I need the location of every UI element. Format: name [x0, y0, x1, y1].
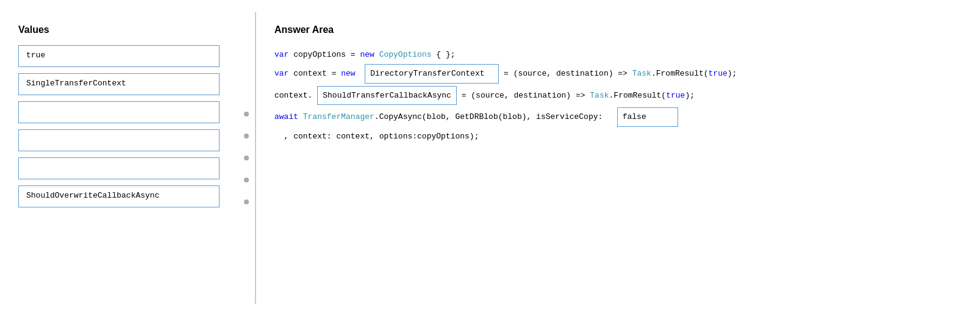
type-transfer-manager: TransferManager — [303, 110, 374, 124]
code-copy-options-var: copyOptions = — [293, 48, 360, 62]
keyword-var-1: var — [274, 48, 293, 62]
values-panel: Values true SingleTransferContext Should… — [0, 12, 238, 304]
dot-5 — [244, 199, 249, 204]
value-item-empty1[interactable] — [18, 101, 220, 123]
dot-2 — [244, 134, 249, 138]
dot-4 — [244, 178, 249, 182]
code-line-5: , context: context, options:copyOptions)… — [274, 129, 962, 143]
values-title: Values — [18, 24, 220, 35]
keyword-new-2: new — [341, 66, 360, 81]
code-line-4: await TransferManager .CopyAsync(blob, G… — [274, 107, 962, 126]
dropbox-directory-transfer-context[interactable]: DirectoryTransferContext — [365, 64, 499, 83]
code-assign-1: = (source, destination) => — [499, 66, 632, 81]
keyword-true-1: true — [709, 66, 728, 81]
code-paren-2: ); — [685, 88, 695, 102]
code-context-var: context = — [293, 66, 341, 81]
value-item-true[interactable]: true — [18, 45, 220, 67]
code-line-3: context. ShouldTransferCallbackAsync = (… — [274, 86, 962, 105]
code-space-2 — [312, 88, 317, 102]
code-line-1: var copyOptions = new CopyOptions { }; — [274, 48, 962, 62]
code-paren-1: ); — [728, 66, 737, 81]
dots-wrapper — [238, 12, 255, 304]
code-context-options: , context: context, options:copyOptions)… — [274, 129, 479, 143]
code-block: var copyOptions = new CopyOptions { }; v… — [274, 48, 962, 143]
code-copy-async: .CopyAsync(blob, GetDRBlob(blob), isServ… — [374, 110, 617, 124]
keyword-true-2: true — [666, 88, 685, 102]
answer-panel: Answer Area var copyOptions = new CopyOp… — [256, 12, 980, 304]
dots-column — [238, 12, 255, 304]
answer-title: Answer Area — [274, 24, 962, 35]
code-context-dot: context. — [274, 88, 312, 102]
type-copy-options: CopyOptions — [379, 48, 432, 62]
value-item-empty3[interactable] — [18, 157, 220, 179]
code-space — [360, 66, 365, 81]
code-assign-2: = (source, destination) => — [457, 88, 590, 102]
code-line-2: var context = new DirectoryTransferConte… — [274, 64, 962, 83]
keyword-var-2: var — [274, 66, 293, 81]
dot-3 — [244, 156, 249, 160]
code-from-result-2: .FromResult( — [609, 88, 667, 102]
type-task-1: Task — [632, 66, 651, 81]
type-task-2: Task — [590, 88, 609, 102]
dropbox-should-transfer-callback[interactable]: ShouldTransferCallbackAsync — [317, 86, 457, 105]
dropbox-false[interactable]: false — [617, 107, 678, 126]
code-copy-options-end: { }; — [431, 48, 455, 62]
code-from-result-1: .FromResult( — [651, 66, 709, 81]
value-item-single-transfer[interactable]: SingleTransferContext — [18, 73, 220, 95]
value-item-empty2[interactable] — [18, 129, 220, 151]
keyword-await: await — [274, 110, 303, 124]
value-item-should-overwrite[interactable]: ShouldOverwriteCallbackAsync — [18, 185, 220, 207]
dot-1 — [244, 112, 249, 117]
keyword-new-1: new — [360, 48, 379, 62]
